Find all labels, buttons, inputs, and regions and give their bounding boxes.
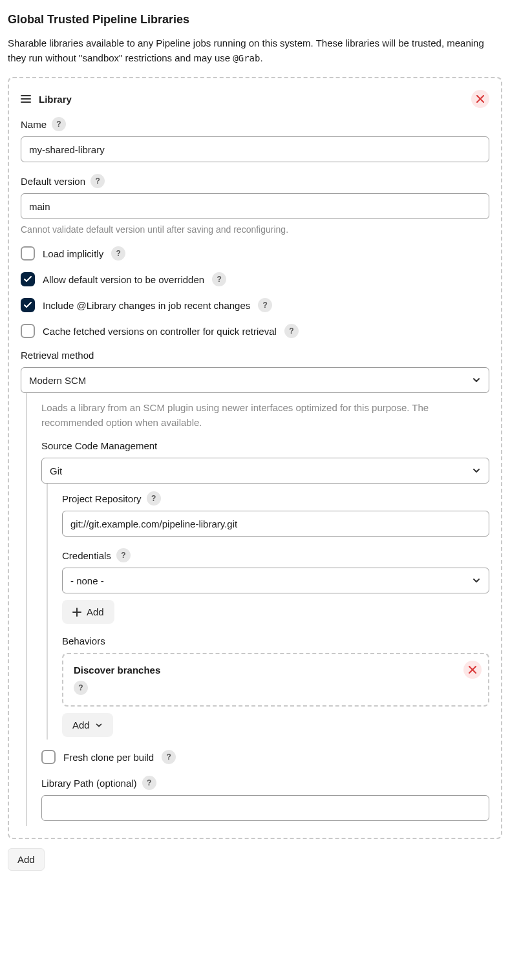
chevron-down-icon xyxy=(472,466,481,475)
scm-label: Source Code Management xyxy=(41,440,489,451)
load-implicitly-row: Load implicitly ? xyxy=(21,246,489,261)
add-behavior-label: Add xyxy=(72,719,90,730)
library-box: Library Name ? Default version ? Cannot … xyxy=(8,77,502,839)
close-icon xyxy=(469,666,476,674)
chevron-down-icon xyxy=(95,721,103,729)
remove-behavior-button[interactable] xyxy=(463,661,482,679)
chevron-down-icon xyxy=(472,576,481,585)
plus-icon xyxy=(72,608,81,617)
cache-fetched-row: Cache fetched versions on controller for… xyxy=(21,324,489,338)
repo-field: Project Repository ? xyxy=(62,491,489,537)
help-icon[interactable]: ? xyxy=(74,681,88,695)
help-icon[interactable]: ? xyxy=(284,324,299,338)
fresh-clone-row: Fresh clone per build ? xyxy=(41,750,489,764)
add-behavior-button[interactable]: Add xyxy=(62,713,113,737)
library-path-field: Library Path (optional) ? xyxy=(41,776,489,821)
library-box-title: Library xyxy=(39,94,72,105)
library-path-input[interactable] xyxy=(41,795,489,821)
fresh-clone-checkbox[interactable] xyxy=(41,750,56,764)
help-icon[interactable]: ? xyxy=(147,491,161,506)
behavior-title: Discover branches xyxy=(74,665,478,676)
credentials-field: Credentials ? - none - Add xyxy=(62,548,489,624)
credentials-label: Credentials xyxy=(62,550,111,561)
fresh-clone-label: Fresh clone per build xyxy=(63,752,154,763)
add-credentials-label: Add xyxy=(87,606,104,617)
scm-value: Git xyxy=(50,465,62,476)
library-box-header: Library xyxy=(21,90,489,108)
load-implicitly-checkbox[interactable] xyxy=(21,246,35,261)
allow-override-label: Allow default version to be overridden xyxy=(43,274,204,285)
behavior-box: Discover branches ? xyxy=(62,653,489,707)
help-icon[interactable]: ? xyxy=(142,776,156,790)
add-credentials-button[interactable]: Add xyxy=(62,600,114,624)
retrieval-method-value: Modern SCM xyxy=(29,375,86,386)
behaviors-label: Behaviors xyxy=(62,635,489,646)
allow-override-row: Allow default version to be overridden ? xyxy=(21,272,489,286)
name-field: Name ? xyxy=(21,117,489,162)
library-path-label: Library Path (optional) xyxy=(41,778,137,789)
name-label: Name xyxy=(21,119,47,130)
help-icon[interactable]: ? xyxy=(52,117,66,131)
default-version-input[interactable] xyxy=(21,193,489,219)
help-icon[interactable]: ? xyxy=(258,298,272,312)
scm-select[interactable]: Git xyxy=(41,458,489,484)
default-version-label: Default version xyxy=(21,176,85,187)
retrieval-description: Loads a library from an SCM plugin using… xyxy=(41,401,489,430)
load-implicitly-label: Load implicitly xyxy=(43,248,103,259)
default-version-field: Default version ? Cannot validate defaul… xyxy=(21,174,489,235)
page-title: Global Trusted Pipeline Libraries xyxy=(8,13,502,27)
retrieval-method-label: Retrieval method xyxy=(21,350,489,361)
intro-code: @Grab xyxy=(233,53,260,63)
help-icon[interactable]: ? xyxy=(162,750,176,764)
default-version-hint: Cannot validate default version until af… xyxy=(21,224,489,235)
close-icon xyxy=(476,95,484,103)
repo-input[interactable] xyxy=(62,511,489,537)
retrieval-method-select[interactable]: Modern SCM xyxy=(21,367,489,393)
include-changes-label: Include @Library changes in job recent c… xyxy=(43,300,250,311)
name-input[interactable] xyxy=(21,136,489,162)
include-changes-checkbox[interactable] xyxy=(21,298,35,312)
add-library-button[interactable]: Add xyxy=(8,848,45,871)
cache-fetched-checkbox[interactable] xyxy=(21,324,35,338)
allow-override-checkbox[interactable] xyxy=(21,272,35,286)
intro-text-post: . xyxy=(260,52,262,63)
chevron-down-icon xyxy=(472,376,481,385)
credentials-select[interactable]: - none - xyxy=(62,568,489,593)
page-intro: Sharable libraries available to any Pipe… xyxy=(8,36,502,65)
cache-fetched-label: Cache fetched versions on controller for… xyxy=(43,326,277,337)
credentials-value: - none - xyxy=(70,575,104,586)
repo-label: Project Repository xyxy=(62,493,142,504)
remove-library-button[interactable] xyxy=(471,90,489,108)
help-icon[interactable]: ? xyxy=(116,548,131,562)
include-changes-row: Include @Library changes in job recent c… xyxy=(21,298,489,312)
help-icon[interactable]: ? xyxy=(111,246,125,261)
scm-nested: Project Repository ? Credentials ? - non… xyxy=(47,484,489,740)
help-icon[interactable]: ? xyxy=(212,272,226,286)
drag-handle-icon[interactable] xyxy=(21,95,31,103)
help-icon[interactable]: ? xyxy=(90,174,105,188)
library-box-header-left: Library xyxy=(21,94,72,105)
add-library-label: Add xyxy=(17,854,35,865)
retrieval-nested: Loads a library from an SCM plugin using… xyxy=(26,393,489,826)
